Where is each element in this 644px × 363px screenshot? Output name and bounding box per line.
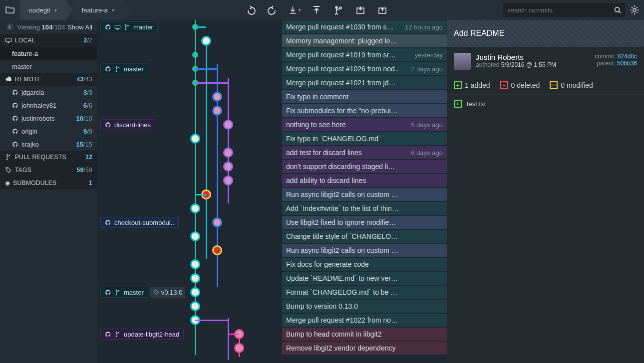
ref-label[interactable]: discard-lines xyxy=(100,119,155,130)
graph-node[interactable] xyxy=(212,106,222,116)
local-branch-item[interactable]: master xyxy=(0,60,97,73)
ref-label[interactable]: update-libgit2-head xyxy=(100,329,184,340)
graph-node[interactable] xyxy=(190,134,200,144)
open-folder-button[interactable] xyxy=(0,0,20,20)
commit-row[interactable]: Run async libgit2 calls on custom thread… xyxy=(97,187,447,201)
graph-node[interactable] xyxy=(212,92,222,102)
settings-button[interactable] xyxy=(628,3,641,16)
graph-node[interactable] xyxy=(190,301,200,311)
commit-row[interactable]: nothing to see here5 days agodiscard-lin… xyxy=(97,118,447,132)
commit-row[interactable]: Run async libgit2 calls on custom thread… xyxy=(97,243,447,257)
commit-message: Fix typo in `CHANGELOG.md` xyxy=(286,135,399,143)
github-icon xyxy=(12,128,18,135)
commit-row[interactable]: Memory management: plugged leak in fastW… xyxy=(97,34,447,48)
graph-node[interactable] xyxy=(190,273,200,283)
commit-message: Format `CHANGELOG.md` to be easier to li… xyxy=(286,288,399,296)
branch-crumb[interactable]: feature-a▾ xyxy=(73,0,123,20)
commit-time: 5 days ago xyxy=(411,121,443,129)
graph-node[interactable] xyxy=(234,343,244,353)
local-section[interactable]: LOCAL 2/2 xyxy=(0,34,97,47)
ref-label[interactable]: master xyxy=(100,21,158,32)
dots-icon: ⋯ xyxy=(550,81,558,89)
commit-message: Fix docs for generate code xyxy=(286,260,399,268)
graph-node[interactable] xyxy=(212,217,222,227)
commit-row[interactable]: Fix typo in comment xyxy=(97,90,447,104)
commit-row[interactable]: Merge pull request #1026 from nod..2 day… xyxy=(97,62,447,76)
commit-message: Run async libgit2 calls on custom thread… xyxy=(286,190,399,198)
remote-item[interactable]: srajko15/15 xyxy=(0,138,97,151)
push-button[interactable] xyxy=(310,3,323,16)
commit-message: Merge pull request #1022 from nodegit/as… xyxy=(286,316,399,324)
file-row[interactable]: + test.txt xyxy=(447,95,644,113)
tag-label[interactable]: v0.13.0 xyxy=(150,287,186,298)
commit-row[interactable]: Add `Index#write` to the list of things … xyxy=(97,201,447,215)
graph-node[interactable] xyxy=(212,245,222,255)
ref-label[interactable]: master xyxy=(100,287,148,298)
commit-row[interactable]: Fix submodules for the "no-prebuilt inst… xyxy=(97,104,447,118)
commit-row[interactable]: Remove libgit2 vendor dependency xyxy=(97,341,447,355)
viewing-count: Viewing 104/104 xyxy=(17,23,65,31)
ref-label[interactable]: master xyxy=(100,63,148,74)
branch-button[interactable] xyxy=(332,3,345,16)
commit-row[interactable]: Update `README.md` to new version xyxy=(97,271,447,285)
branch-icon xyxy=(5,154,12,161)
br-icon xyxy=(114,289,121,296)
graph-node[interactable] xyxy=(192,52,198,58)
graph-node[interactable] xyxy=(223,176,233,185)
commit-row[interactable]: Merge pull request #1022 from nodegit/as… xyxy=(97,313,447,327)
pull-requests-section[interactable]: PULL REQUESTS 12 xyxy=(0,151,97,164)
ref-label[interactable]: checkout-submodul.. xyxy=(100,217,179,228)
graph-node[interactable] xyxy=(190,203,200,213)
graph-node[interactable] xyxy=(223,148,233,158)
commit-row[interactable]: Fix docs for generate code xyxy=(97,257,447,271)
commit-row[interactable]: Merge pull request #1021 from jdgarcia/d… xyxy=(97,76,447,90)
commit-row[interactable]: Merge pull request #1030 from s…12 hours… xyxy=(97,20,447,34)
commit-message: Fix submodules for the "no-prebuilt inst… xyxy=(286,107,399,115)
tag-icon xyxy=(5,167,12,174)
graph-node[interactable] xyxy=(201,36,211,46)
commit-row[interactable]: Format `CHANGELOG.md` to be easier to li… xyxy=(97,285,447,299)
commit-row[interactable]: Bump to version 0.13.0 xyxy=(97,299,447,313)
commit-row[interactable]: add test for discard lines6 days ago xyxy=(97,146,447,160)
remote-item[interactable]: jdgarcia3/3 xyxy=(0,86,97,99)
graph-node[interactable] xyxy=(190,231,200,241)
br-icon xyxy=(114,331,121,338)
commit-graph: Merge pull request #1030 from s…12 hours… xyxy=(97,20,447,363)
show-all-button[interactable]: Show All xyxy=(67,23,92,31)
pull-button[interactable]: ▾ xyxy=(288,3,301,16)
graph-node[interactable] xyxy=(190,259,200,269)
repo-crumb[interactable]: nodegit▾ xyxy=(20,0,66,20)
commit-message: Use libgit2 fixed to ignore modified sub… xyxy=(286,218,399,226)
redo-button[interactable] xyxy=(266,3,279,16)
stash-button[interactable] xyxy=(354,3,367,16)
search-input[interactable] xyxy=(503,3,613,17)
remote-section[interactable]: REMOTE 43/43 xyxy=(0,73,97,86)
back-button[interactable] xyxy=(5,22,15,32)
commit-row[interactable]: don't support discarding staged lines xyxy=(97,160,447,174)
graph-node[interactable] xyxy=(190,287,200,297)
commit-row[interactable]: add ability to discard lines xyxy=(97,174,447,187)
commit-hash[interactable]: 824d0c xyxy=(618,53,637,60)
remote-item[interactable]: johnhaley816/6 xyxy=(0,99,97,112)
chevron-down-icon: ▾ xyxy=(299,7,301,12)
tags-section[interactable]: TAGS 59/59 xyxy=(0,164,97,177)
commit-row[interactable]: Use libgit2 fixed to ignore modified sub… xyxy=(97,215,447,229)
remote-item[interactable]: justinrobots10/10 xyxy=(0,112,97,125)
sidebar: Viewing 104/104 Show All LOCAL 2/2 featu… xyxy=(0,20,97,363)
commit-message: Merge pull request #1019 from srajk.. xyxy=(286,51,399,59)
undo-button[interactable] xyxy=(244,3,257,16)
commit-row[interactable]: Change title style of `CHANGELOG.md` xyxy=(97,229,447,243)
commit-row[interactable]: Bump to head commit in libgit2update-lib… xyxy=(97,327,447,341)
graph-node[interactable] xyxy=(223,120,233,130)
commit-message: Update `README.md` to new version xyxy=(286,274,399,282)
pop-stash-button[interactable] xyxy=(376,3,389,16)
commit-row[interactable]: Fix typo in `CHANGELOG.md` xyxy=(97,132,447,146)
commit-row[interactable]: Merge pull request #1019 from srajk..yes… xyxy=(97,48,447,62)
graph-node[interactable] xyxy=(223,162,233,172)
minus-icon: − xyxy=(500,81,508,89)
submodules-section[interactable]: ◉SUBMODULES 1 xyxy=(0,177,97,189)
chevron-down-icon: ▾ xyxy=(54,7,57,13)
local-branch-item[interactable]: feature-a xyxy=(0,47,97,60)
parent-hash[interactable]: 50bb36 xyxy=(617,60,637,67)
remote-item[interactable]: origin9/9 xyxy=(0,125,97,138)
